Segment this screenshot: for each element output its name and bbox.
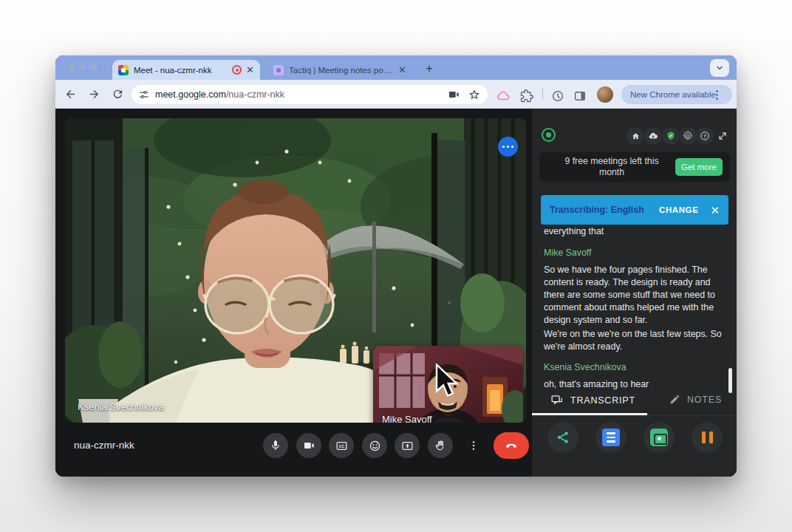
more-options-button[interactable] (461, 433, 486, 458)
screenshot-button[interactable] (644, 422, 675, 453)
help-icon[interactable]: ? (696, 127, 714, 145)
tab-close-icon[interactable]: ✕ (398, 65, 406, 75)
side-panel-icon[interactable] (573, 89, 587, 103)
cloud-upload-icon[interactable] (644, 127, 662, 145)
popout-icon[interactable] (714, 127, 731, 145)
profile-avatar[interactable] (597, 86, 613, 103)
tab-title: Tactiq | Meeting notes powe (289, 66, 393, 75)
shield-check-icon[interactable] (662, 127, 680, 145)
lens-extension-icon[interactable] (551, 89, 564, 103)
browser-window: Meet - nua-czmr-nkk ✕ Tactiq | Meeting n… (55, 55, 737, 477)
share-button[interactable] (547, 422, 578, 453)
google-docs-icon (602, 429, 620, 446)
transcript-speaker: Mike Savoff (544, 247, 726, 259)
mouse-cursor (434, 364, 465, 399)
tab-transcript[interactable]: TRANSCRIPT (550, 394, 635, 406)
new-chrome-label: New Chrome available (630, 90, 716, 99)
new-chrome-available-button[interactable]: New Chrome available (621, 85, 732, 104)
close-icon[interactable]: ✕ (710, 205, 720, 216)
share-icon (556, 430, 570, 445)
camera-button[interactable] (296, 433, 321, 458)
tab-title: Meet - nua-czmr-nkk (134, 66, 227, 75)
get-more-button[interactable]: Get more (675, 158, 723, 176)
back-icon[interactable] (64, 88, 77, 103)
participant-name-label: Mike Savoff (382, 414, 432, 423)
address-bar[interactable]: meet.google.com/nua-czmr-nkk (132, 85, 488, 104)
pink-extension-icon[interactable] (496, 89, 510, 103)
raise-hand-button[interactable] (428, 433, 453, 458)
sidebar-scrollbar[interactable] (728, 368, 732, 393)
tune-icon[interactable] (139, 89, 149, 100)
home-icon[interactable] (627, 127, 644, 145)
quota-text: 9 free meetings left this month (553, 155, 671, 179)
transcript-paragraph: We're on the we're on the last few steps… (544, 328, 726, 353)
captions-button[interactable]: CC (329, 433, 354, 458)
transcript-speaker: Ksenia Svechnikova (544, 361, 726, 374)
tab-search-chevron-icon[interactable] (710, 59, 729, 77)
main-video-tile[interactable]: Ksenia Svechnikova (65, 118, 526, 423)
window-minimize-button[interactable] (80, 64, 86, 70)
pencil-icon (669, 394, 680, 405)
pause-button[interactable] (692, 422, 723, 453)
toolbar-divider (542, 88, 543, 100)
transcript-paragraph: oh, that's amazing to hear (544, 378, 726, 391)
tab-notes[interactable]: NOTES (669, 394, 722, 405)
svg-text:CC: CC (338, 443, 344, 448)
tab-close-icon[interactable]: ✕ (246, 65, 254, 75)
reload-icon[interactable] (112, 88, 124, 103)
extensions-puzzle-icon[interactable] (520, 89, 533, 103)
svg-text:?: ? (703, 134, 706, 139)
end-call-button[interactable] (494, 432, 529, 459)
tactiq-logo-icon (542, 128, 556, 142)
change-language-button[interactable]: CHANGE (659, 205, 698, 214)
chat-icon (550, 394, 564, 406)
tab-camera-icon[interactable] (448, 89, 460, 100)
tactiq-actions-bar (532, 415, 737, 477)
typing-bubble-icon[interactable] (498, 137, 518, 157)
tactiq-sidebar: ? 9 free meetings left this month Get mo… (532, 109, 737, 477)
window-maximize-button[interactable] (91, 64, 97, 70)
meeting-code-label: nua-czmr-nkk (74, 440, 134, 451)
reactions-button[interactable] (362, 433, 387, 458)
recording-indicator-icon (232, 65, 242, 75)
pause-icon (702, 432, 713, 443)
quota-card: 9 free meetings left this month Get more (539, 152, 730, 182)
mic-button[interactable] (263, 433, 288, 458)
participant-name-label: Ksenia Svechnikova (78, 401, 164, 412)
tactiq-favicon-icon (273, 65, 284, 75)
tab-strip: Meet - nua-czmr-nkk ✕ Tactiq | Meeting n… (55, 55, 737, 80)
meet-favicon-icon (118, 65, 129, 75)
transcript-partial: everything that (544, 225, 726, 238)
screenshot-camera-icon (650, 429, 668, 446)
present-button[interactable] (395, 433, 420, 458)
tab-tactiq[interactable]: Tactiq | Meeting notes powe ✕ (267, 60, 412, 80)
window-close-button[interactable] (69, 64, 75, 70)
meet-page: Ksenia Svechnikova (55, 109, 737, 477)
settings-gear-icon[interactable] (679, 127, 697, 145)
transcript-paragraph: So we have the four pages finished. The … (544, 264, 726, 327)
forward-icon[interactable] (88, 88, 100, 103)
transcribing-label: Transcribing: English (550, 205, 659, 215)
tab-meet[interactable]: Meet - nua-czmr-nkk ✕ (112, 60, 260, 80)
new-tab-button[interactable]: + (420, 60, 438, 78)
bookmark-star-icon[interactable] (468, 89, 480, 100)
url-text[interactable]: meet.google.com/nua-czmr-nkk (155, 89, 439, 100)
desktop: Meet - nua-czmr-nkk ✕ Tactiq | Meeting n… (0, 0, 792, 532)
google-docs-button[interactable] (595, 422, 627, 453)
more-vert-icon[interactable] (716, 90, 726, 100)
transcribing-banner: Transcribing: English CHANGE ✕ (541, 195, 728, 225)
